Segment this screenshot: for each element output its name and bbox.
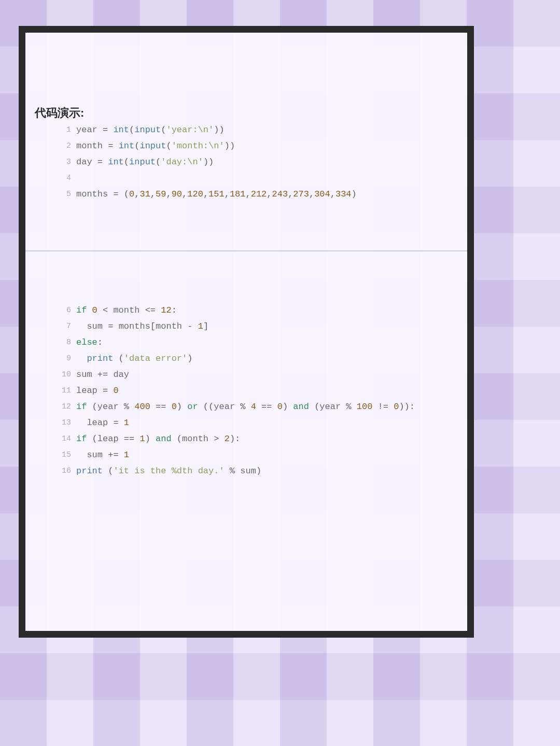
- token-kw: if: [76, 434, 87, 444]
- token-punc: ): [219, 125, 224, 135]
- token-op: +=: [92, 370, 114, 379]
- token-var: leap: [76, 386, 97, 396]
- token-punc: ): [145, 434, 156, 444]
- token-punc: ): [352, 189, 357, 199]
- token-punc: (: [87, 402, 97, 412]
- token-op: %: [119, 402, 135, 412]
- token-num: 151: [208, 189, 225, 199]
- line-number: 8: [57, 334, 76, 350]
- line-number: 7: [57, 318, 76, 334]
- line-number: 4: [57, 170, 76, 186]
- line-number: 16: [57, 463, 76, 479]
- token-num: 90: [172, 189, 182, 199]
- token-punc: ,: [288, 189, 293, 199]
- token-op: =: [108, 418, 124, 428]
- token-op: >: [208, 434, 225, 444]
- token-punc: (: [124, 157, 129, 167]
- token-punc: (: [103, 466, 113, 476]
- token-punc: (: [309, 402, 319, 412]
- token-punc: ,: [309, 189, 314, 199]
- token-num: 243: [272, 189, 288, 199]
- token-punc: (: [172, 434, 182, 444]
- token-num: 0: [277, 402, 283, 412]
- token-num: 12: [161, 305, 171, 315]
- token-punc: ,: [246, 189, 251, 199]
- token-punc: ): [214, 125, 219, 135]
- line-number: 10: [57, 367, 76, 383]
- token-kw: if: [76, 305, 87, 315]
- token-op: [87, 305, 92, 315]
- token-punc: ): [230, 141, 235, 151]
- token-op: %: [225, 466, 241, 476]
- token-fn: print: [76, 466, 103, 476]
- token-str: 'data error': [124, 354, 187, 363]
- line-content: leap = 1: [76, 415, 415, 431]
- token-punc: ): [256, 466, 261, 476]
- token-op: =: [103, 321, 119, 331]
- token-num: 400: [134, 402, 150, 412]
- code-line: 7 sum = months[month - 1]: [57, 318, 415, 334]
- line-content: sum = months[month - 1]: [76, 318, 415, 334]
- token-punc: )):: [399, 402, 415, 412]
- line-number: 9: [57, 350, 76, 367]
- code-line: 1year = int(input('year:\n')): [57, 122, 357, 138]
- line-content: day = int(input('day:\n')): [76, 154, 357, 170]
- line-number: 1: [57, 122, 76, 138]
- token-fn: input: [139, 141, 166, 151]
- token-var: day: [76, 157, 92, 167]
- token-op: -: [182, 321, 198, 331]
- token-op: =: [97, 125, 114, 135]
- line-number: 6: [57, 302, 76, 318]
- line-number: 13: [57, 415, 76, 431]
- code-line: 3day = int(input('day:\n')): [57, 154, 357, 170]
- token-punc: ,: [225, 189, 230, 199]
- code-line: 4: [57, 170, 357, 186]
- code-line: 14if (leap == 1) and (month > 2):: [57, 431, 415, 447]
- token-num: 1: [124, 450, 129, 460]
- code-line: 16print ('it is the %dth day.' % sum): [57, 463, 415, 479]
- line-content: if (year % 400 == 0) or ((year % 4 == 0)…: [76, 399, 415, 415]
- line-content: if (leap == 1) and (month > 2):: [76, 431, 415, 447]
- token-num: 334: [335, 189, 352, 199]
- token-op: =: [97, 386, 114, 396]
- token-punc: ,: [182, 189, 187, 199]
- line-content: else:: [76, 334, 415, 350]
- line-number: 5: [57, 186, 76, 202]
- line-content: print ('it is the %dth day.' % sum): [76, 463, 415, 479]
- token-var: year: [97, 402, 119, 412]
- token-var: months: [119, 321, 150, 331]
- token-num: 0: [172, 402, 177, 412]
- token-op: =: [103, 141, 119, 151]
- token-op: !=: [372, 402, 394, 412]
- line-number: 11: [57, 383, 76, 399]
- token-kw: else: [76, 337, 97, 347]
- token-punc: ): [177, 402, 187, 412]
- line-content: months = (0,31,59,90,120,151,181,212,243…: [76, 186, 357, 202]
- token-punc: :: [172, 305, 177, 315]
- token-punc: ,: [150, 189, 156, 199]
- token-kw: if: [76, 402, 87, 412]
- token-op: ==: [150, 402, 172, 412]
- line-content: print ('data error'): [76, 350, 415, 367]
- token-kw: and: [156, 434, 172, 444]
- token-var: leap: [97, 434, 119, 444]
- token-var: sum: [87, 450, 103, 460]
- section-heading: 代码演示:: [35, 105, 84, 121]
- token-op: ==: [256, 402, 277, 412]
- token-punc: ,: [134, 189, 139, 199]
- token-op: [76, 321, 87, 331]
- code-line: 12if (year % 400 == 0) or ((year % 4 == …: [57, 399, 415, 415]
- token-fn: int: [119, 141, 135, 151]
- code-line: 2month = int(input('month:\n')): [57, 138, 357, 154]
- token-fn: int: [108, 157, 124, 167]
- block-divider: [25, 250, 467, 251]
- token-num: 120: [187, 189, 203, 199]
- line-number: 2: [57, 138, 76, 154]
- code-line: 13 leap = 1: [57, 415, 415, 431]
- code-line: 5months = (0,31,59,90,120,151,181,212,24…: [57, 186, 357, 202]
- token-num: 59: [156, 189, 166, 199]
- code-line: 15 sum += 1: [57, 447, 415, 463]
- token-punc: ): [203, 157, 208, 167]
- token-op: =: [108, 189, 124, 199]
- token-op: <: [97, 305, 114, 315]
